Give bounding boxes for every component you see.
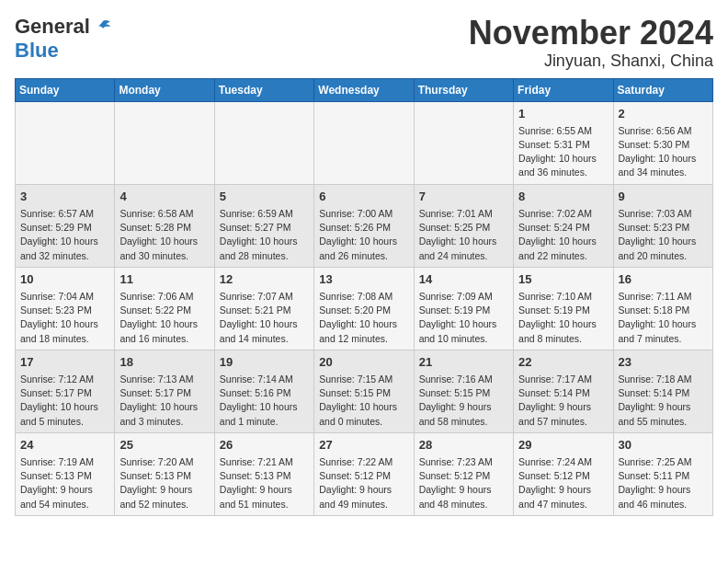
day-number: 8 [518,189,608,205]
calendar-cell: 7Sunrise: 7:01 AM Sunset: 5:25 PM Daylig… [414,184,513,267]
calendar-cell: 14Sunrise: 7:09 AM Sunset: 5:19 PM Dayli… [414,267,513,350]
day-number: 17 [20,354,109,371]
day-number: 24 [20,437,109,454]
day-number: 1 [518,106,608,122]
day-info: Sunrise: 7:10 AM Sunset: 5:19 PM Dayligh… [518,290,608,346]
day-info: Sunrise: 7:14 AM Sunset: 5:16 PM Dayligh… [220,373,309,429]
calendar-table: SundayMondayTuesdayWednesdayThursdayFrid… [15,78,713,516]
calendar-cell: 11Sunrise: 7:06 AM Sunset: 5:22 PM Dayli… [115,267,214,350]
calendar-cell [115,101,214,184]
day-number: 28 [419,437,508,454]
day-info: Sunrise: 7:12 AM Sunset: 5:17 PM Dayligh… [20,373,109,429]
day-info: Sunrise: 6:59 AM Sunset: 5:27 PM Dayligh… [220,207,309,263]
calendar-cell: 30Sunrise: 7:25 AM Sunset: 5:11 PM Dayli… [613,432,712,515]
day-number: 16 [619,271,708,288]
calendar-cell: 29Sunrise: 7:24 AM Sunset: 5:12 PM Dayli… [514,432,613,515]
day-info: Sunrise: 7:01 AM Sunset: 5:25 PM Dayligh… [419,207,508,263]
calendar-week-4: 17Sunrise: 7:12 AM Sunset: 5:17 PM Dayli… [16,350,713,432]
calendar-cell [214,101,313,184]
day-number: 14 [419,271,508,288]
day-number: 5 [220,189,309,205]
calendar-cell: 1Sunrise: 6:55 AM Sunset: 5:31 PM Daylig… [514,101,613,184]
weekday-header-thursday: Thursday [414,78,513,101]
calendar-cell: 13Sunrise: 7:08 AM Sunset: 5:20 PM Dayli… [314,267,414,350]
day-number: 11 [119,271,209,288]
calendar-cell: 17Sunrise: 7:12 AM Sunset: 5:17 PM Dayli… [16,350,115,432]
day-number: 23 [619,354,708,371]
day-number: 12 [220,271,309,288]
weekday-header-sunday: Sunday [16,78,115,101]
calendar-cell [314,101,414,184]
calendar-cell: 6Sunrise: 7:00 AM Sunset: 5:26 PM Daylig… [314,184,414,267]
logo-bird-icon [94,17,112,36]
day-number: 22 [518,354,608,371]
day-number: 10 [20,271,109,288]
page-title: November 2024 [469,15,713,52]
day-info: Sunrise: 7:07 AM Sunset: 5:21 PM Dayligh… [220,290,309,346]
weekday-header-monday: Monday [115,78,214,101]
day-number: 26 [220,437,309,454]
day-number: 3 [20,189,109,205]
day-info: Sunrise: 7:08 AM Sunset: 5:20 PM Dayligh… [319,290,408,346]
day-info: Sunrise: 7:13 AM Sunset: 5:17 PM Dayligh… [119,373,209,429]
calendar-cell: 19Sunrise: 7:14 AM Sunset: 5:16 PM Dayli… [214,350,313,432]
calendar-header: SundayMondayTuesdayWednesdayThursdayFrid… [16,78,713,101]
day-info: Sunrise: 7:06 AM Sunset: 5:22 PM Dayligh… [119,290,209,346]
calendar-cell: 3Sunrise: 6:57 AM Sunset: 5:29 PM Daylig… [16,184,115,267]
day-info: Sunrise: 7:09 AM Sunset: 5:19 PM Dayligh… [419,290,508,346]
day-number: 29 [518,437,608,454]
calendar-cell: 27Sunrise: 7:22 AM Sunset: 5:12 PM Dayli… [314,432,414,515]
calendar-cell: 23Sunrise: 7:18 AM Sunset: 5:14 PM Dayli… [613,350,712,432]
calendar-cell: 5Sunrise: 6:59 AM Sunset: 5:27 PM Daylig… [214,184,313,267]
calendar-cell: 2Sunrise: 6:56 AM Sunset: 5:30 PM Daylig… [613,101,712,184]
weekday-header-saturday: Saturday [613,78,712,101]
day-number: 25 [119,437,209,454]
day-info: Sunrise: 7:03 AM Sunset: 5:23 PM Dayligh… [619,207,708,263]
day-info: Sunrise: 7:21 AM Sunset: 5:13 PM Dayligh… [220,455,309,511]
day-number: 19 [220,354,309,371]
day-number: 4 [119,189,209,205]
day-number: 9 [619,189,708,205]
page-header: General Blue November 2024 Jinyuan, Shan… [15,15,713,71]
day-number: 13 [319,271,408,288]
day-info: Sunrise: 7:02 AM Sunset: 5:24 PM Dayligh… [518,207,608,263]
weekday-header-wednesday: Wednesday [314,78,414,101]
day-number: 18 [119,354,209,371]
day-info: Sunrise: 6:55 AM Sunset: 5:31 PM Dayligh… [518,124,608,180]
title-block: November 2024 Jinyuan, Shanxi, China [469,15,713,71]
calendar-cell: 21Sunrise: 7:16 AM Sunset: 5:15 PM Dayli… [414,350,513,432]
day-info: Sunrise: 7:24 AM Sunset: 5:12 PM Dayligh… [518,455,608,511]
day-info: Sunrise: 6:57 AM Sunset: 5:29 PM Dayligh… [20,207,109,263]
day-number: 20 [319,354,408,371]
calendar-cell: 28Sunrise: 7:23 AM Sunset: 5:12 PM Dayli… [414,432,513,515]
day-info: Sunrise: 6:56 AM Sunset: 5:30 PM Dayligh… [619,124,708,180]
calendar-cell: 22Sunrise: 7:17 AM Sunset: 5:14 PM Dayli… [514,350,613,432]
day-info: Sunrise: 7:18 AM Sunset: 5:14 PM Dayligh… [619,373,708,429]
calendar-week-5: 24Sunrise: 7:19 AM Sunset: 5:13 PM Dayli… [16,432,713,515]
day-number: 6 [319,189,408,205]
calendar-cell: 24Sunrise: 7:19 AM Sunset: 5:13 PM Dayli… [16,432,115,515]
day-info: Sunrise: 7:17 AM Sunset: 5:14 PM Dayligh… [518,373,608,429]
day-number: 7 [419,189,508,205]
day-info: Sunrise: 7:25 AM Sunset: 5:11 PM Dayligh… [619,455,708,511]
calendar-week-1: 1Sunrise: 6:55 AM Sunset: 5:31 PM Daylig… [16,101,713,184]
day-info: Sunrise: 7:19 AM Sunset: 5:13 PM Dayligh… [20,455,109,511]
calendar-cell: 15Sunrise: 7:10 AM Sunset: 5:19 PM Dayli… [514,267,613,350]
day-number: 2 [619,106,708,122]
calendar-cell [16,101,115,184]
calendar-cell: 20Sunrise: 7:15 AM Sunset: 5:15 PM Dayli… [314,350,414,432]
calendar-cell: 26Sunrise: 7:21 AM Sunset: 5:13 PM Dayli… [214,432,313,515]
day-number: 15 [518,271,608,288]
calendar-week-3: 10Sunrise: 7:04 AM Sunset: 5:23 PM Dayli… [16,267,713,350]
day-info: Sunrise: 7:22 AM Sunset: 5:12 PM Dayligh… [319,455,408,511]
calendar-cell: 12Sunrise: 7:07 AM Sunset: 5:21 PM Dayli… [214,267,313,350]
day-info: Sunrise: 7:04 AM Sunset: 5:23 PM Dayligh… [20,290,109,346]
calendar-cell: 9Sunrise: 7:03 AM Sunset: 5:23 PM Daylig… [613,184,712,267]
calendar-cell: 18Sunrise: 7:13 AM Sunset: 5:17 PM Dayli… [115,350,214,432]
day-info: Sunrise: 6:58 AM Sunset: 5:28 PM Dayligh… [119,207,209,263]
calendar-cell [414,101,513,184]
calendar-week-2: 3Sunrise: 6:57 AM Sunset: 5:29 PM Daylig… [16,184,713,267]
day-info: Sunrise: 7:16 AM Sunset: 5:15 PM Dayligh… [419,373,508,429]
day-info: Sunrise: 7:00 AM Sunset: 5:26 PM Dayligh… [319,207,408,263]
calendar-cell: 25Sunrise: 7:20 AM Sunset: 5:13 PM Dayli… [115,432,214,515]
